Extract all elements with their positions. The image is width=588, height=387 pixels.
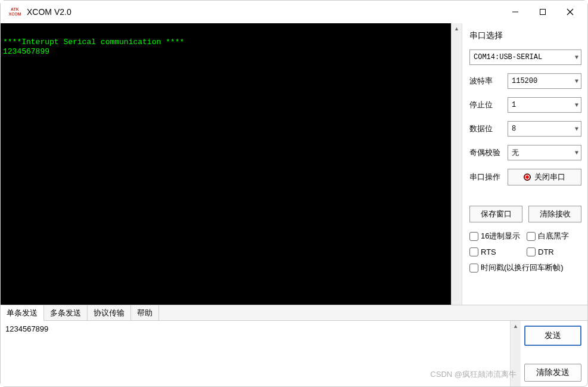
clear-receive-button[interactable]: 清除接收	[528, 206, 581, 222]
scroll-up-icon[interactable]: ▲	[511, 321, 521, 332]
hex-display-label: 16进制显示	[481, 231, 520, 242]
parity-combo[interactable]: 无 ▼	[508, 145, 581, 160]
databits-combo[interactable]: 8 ▼	[508, 121, 581, 137]
parity-label: 奇偶校验	[469, 147, 503, 158]
app-icon: ATK XCOM	[8, 6, 22, 18]
send-scrollbar[interactable]: ▲	[510, 321, 521, 386]
window-title: XCOM V2.0	[27, 7, 502, 17]
port-op-button[interactable]: 关闭串口	[508, 169, 581, 185]
port-select-label: 串口选择	[469, 30, 581, 41]
maximize-button[interactable]	[529, 2, 556, 21]
tab-multi-send[interactable]: 多条发送	[44, 305, 88, 320]
hex-display-checkbox[interactable]	[469, 232, 478, 241]
send-button[interactable]: 发送	[524, 326, 581, 346]
terminal-line: 1234567899	[3, 47, 49, 56]
dtr-checkbox[interactable]	[527, 247, 536, 256]
terminal-output[interactable]: ****Interupt Serical communication **** …	[1, 23, 451, 305]
chevron-down-icon: ▼	[575, 102, 578, 109]
baud-combo[interactable]: 115200 ▼	[508, 73, 581, 89]
databits-label: 数据位	[469, 123, 503, 134]
timestamp-checkbox[interactable]	[469, 264, 478, 273]
port-op-text: 关闭串口	[534, 172, 565, 182]
record-icon	[524, 174, 531, 181]
scroll-up-icon[interactable]: ▲	[452, 23, 462, 34]
baud-value: 115200	[512, 77, 537, 85]
rts-checkbox[interactable]	[469, 247, 478, 256]
send-input[interactable]: 1234567899	[1, 321, 510, 386]
chevron-down-icon: ▼	[575, 78, 578, 85]
stopbits-value: 1	[512, 101, 516, 109]
chevron-down-icon: ▼	[575, 54, 578, 61]
port-value: COM14:USB-SERIAL	[474, 53, 542, 61]
app-icon-top: ATK	[11, 7, 19, 12]
terminal-line: ****Interupt Serical communication ****	[3, 38, 184, 47]
svg-rect-1	[540, 10, 546, 15]
close-icon	[567, 8, 574, 16]
stopbits-combo[interactable]: 1 ▼	[508, 97, 581, 113]
chevron-down-icon: ▼	[575, 150, 578, 156]
minimize-icon	[512, 8, 519, 16]
port-select-combo[interactable]: COM14:USB-SERIAL ▼	[469, 49, 581, 65]
settings-panel: 串口选择 COM14:USB-SERIAL ▼ 波特率 115200 ▼ 停止位…	[462, 23, 587, 305]
tab-single-send[interactable]: 单条发送	[1, 305, 44, 321]
stopbits-label: 停止位	[469, 100, 503, 110]
clear-send-button[interactable]: 清除发送	[524, 364, 581, 382]
baud-label: 波特率	[469, 76, 503, 86]
minimize-button[interactable]	[502, 2, 529, 21]
timestamp-label: 时间戳(以换行回车断帧)	[481, 262, 564, 273]
chevron-down-icon: ▼	[575, 126, 578, 132]
terminal-scrollbar[interactable]: ▲	[451, 23, 462, 305]
maximize-icon	[539, 8, 546, 16]
white-bg-checkbox[interactable]	[527, 232, 536, 241]
close-button[interactable]	[556, 2, 584, 21]
rts-label: RTS	[481, 247, 496, 256]
dtr-label: DTR	[538, 247, 554, 256]
white-bg-label: 白底黑字	[538, 231, 569, 242]
parity-value: 无	[512, 148, 519, 158]
port-op-label: 串口操作	[469, 172, 503, 182]
titlebar: ATK XCOM XCOM V2.0	[1, 1, 587, 23]
tab-help[interactable]: 帮助	[131, 305, 159, 320]
tab-protocol[interactable]: 协议传输	[88, 305, 131, 320]
save-window-button[interactable]: 保存窗口	[469, 206, 522, 222]
send-tabs: 单条发送 多条发送 协议传输 帮助	[1, 305, 587, 321]
app-icon-bottom: XCOM	[9, 12, 21, 17]
databits-value: 8	[512, 125, 516, 133]
